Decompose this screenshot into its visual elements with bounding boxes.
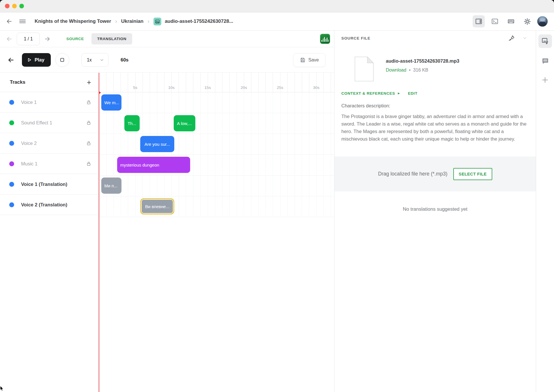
pin-icon[interactable] xyxy=(508,35,515,42)
tracks-title: Tracks xyxy=(10,79,25,85)
settings-button[interactable] xyxy=(521,15,533,27)
panel-toggle-icon xyxy=(475,18,482,25)
rewind-to-start-button[interactable] xyxy=(5,54,17,66)
ruler-gridline xyxy=(244,73,244,92)
timeline-ruler[interactable]: 5s10s15s20s25s30s xyxy=(99,73,334,92)
breadcrumb-project[interactable]: Knights of the Whispering Tower xyxy=(35,18,111,24)
track-lock-button[interactable] xyxy=(86,161,91,166)
ruler-gridline xyxy=(121,73,121,92)
audio-clip[interactable]: Ми п... xyxy=(101,178,121,194)
app-header: Knights of the Whispering Tower › Ukrain… xyxy=(0,12,554,31)
characters-description-heading: Characters description: xyxy=(341,103,536,109)
download-link[interactable]: Download xyxy=(386,68,406,73)
ruler-gridline xyxy=(265,73,266,92)
page-indicator[interactable]: 1 / 1 xyxy=(17,33,40,45)
breadcrumb-chevron-icon: › xyxy=(115,18,117,25)
track-row[interactable]: Voice 2 (Translation) xyxy=(0,195,99,215)
select-file-button[interactable]: SELECT FILE xyxy=(453,168,492,180)
localized-file-dropzone[interactable]: Drag localized file here (*.mp3) SELECT … xyxy=(334,156,536,191)
audio-clip[interactable]: A low,... xyxy=(174,115,195,131)
breadcrumb: Knights of the Whispering Tower › Ukrain… xyxy=(35,18,233,25)
ruler-gridline xyxy=(287,73,288,92)
timeline-duration: 60s xyxy=(121,57,129,63)
play-icon xyxy=(27,57,32,63)
source-file-title: SOURCE FILE xyxy=(341,36,370,40)
track-row[interactable]: Voice 2 xyxy=(0,133,99,154)
ruler-gridline xyxy=(208,73,208,92)
context-references-link[interactable]: CONTEXT & REFERENCES xyxy=(341,91,395,96)
edit-context-button[interactable]: EDIT xyxy=(408,91,418,96)
panel-toggle-button[interactable] xyxy=(473,15,485,27)
arrow-left-icon xyxy=(6,36,13,42)
playback-speed-select[interactable]: 1x xyxy=(81,53,108,67)
save-button[interactable]: Save xyxy=(293,53,325,67)
arrow-right-icon xyxy=(44,36,51,42)
track-name: Voice 2 (Translation) xyxy=(21,202,67,208)
menu-button[interactable] xyxy=(17,16,28,27)
dot-separator: • xyxy=(409,68,411,73)
timeline-track-lane[interactable]: We m... xyxy=(99,92,334,113)
tracks-header: Tracks + xyxy=(0,73,99,92)
audio-clip[interactable]: mysterious dungeon xyxy=(117,157,190,173)
ruler-gridline xyxy=(164,73,164,92)
comments-panel-button[interactable] xyxy=(538,54,552,68)
plus-icon xyxy=(541,76,549,84)
mouse-cursor xyxy=(0,386,5,391)
tab-source[interactable]: SOURCE xyxy=(61,33,90,44)
source-file-name: audio-asset-1755242630728.mp3 xyxy=(386,58,459,64)
timeline-track-lane[interactable]: Ми п... xyxy=(99,176,334,196)
timeline-track-lane[interactable]: Ви впевне... xyxy=(99,196,334,217)
asset-image-icon xyxy=(154,18,161,25)
lock-icon xyxy=(86,100,91,105)
play-button[interactable]: Play xyxy=(22,53,51,67)
breadcrumb-asset[interactable]: audio-asset-1755242630728... xyxy=(165,18,233,24)
transport-bar: Play 1x 60s Save xyxy=(0,47,334,72)
prev-page-button[interactable] xyxy=(4,34,14,44)
audio-clip[interactable]: Ви впевне... xyxy=(140,198,174,214)
track-row[interactable]: Voice 1 xyxy=(0,92,99,113)
minimize-window-button[interactable] xyxy=(12,4,17,8)
media-audio-icon xyxy=(541,37,549,45)
audio-clip[interactable]: Th... xyxy=(124,115,140,131)
timeline-track-lane[interactable]: mysterious dungeon xyxy=(99,155,334,176)
stop-button[interactable] xyxy=(55,53,69,67)
next-page-button[interactable] xyxy=(42,34,53,44)
caret-right-icon: ▸ xyxy=(398,91,400,95)
audio-clip[interactable]: Are you sur... xyxy=(140,136,174,152)
save-icon xyxy=(300,57,306,63)
back-button[interactable] xyxy=(3,16,15,27)
ruler-gridline xyxy=(323,73,324,92)
track-lock-button[interactable] xyxy=(86,141,91,146)
add-panel-button[interactable] xyxy=(538,73,552,87)
timeline-track-lane[interactable]: Th...A low,... xyxy=(99,113,334,134)
track-lock-button[interactable] xyxy=(86,120,91,125)
ruler-gridline xyxy=(331,73,331,92)
media-panel-button[interactable] xyxy=(538,34,552,48)
terminal-button[interactable] xyxy=(489,15,501,27)
lock-icon xyxy=(86,120,91,125)
ruler-gridline xyxy=(222,73,222,92)
save-button-label: Save xyxy=(308,57,319,63)
breadcrumb-language[interactable]: Ukrainian xyxy=(121,18,143,24)
chevron-down-icon[interactable] xyxy=(523,36,527,40)
ruler-gridline xyxy=(215,73,215,92)
keyboard-shortcuts-button[interactable] xyxy=(505,15,517,27)
close-window-button[interactable] xyxy=(5,4,10,8)
track-lock-button[interactable] xyxy=(86,100,91,105)
ruler-gridline xyxy=(135,73,136,92)
dropzone-hint: Drag localized file here (*.mp3) xyxy=(378,171,447,177)
timeline-track-lane[interactable]: Are you sur... xyxy=(99,134,334,155)
zoom-window-button[interactable] xyxy=(19,4,24,8)
track-row[interactable]: Voice 1 (Translation) xyxy=(0,174,99,195)
timeline-grid: 5s10s15s20s25s30s We m...Th...A low,...A… xyxy=(99,73,334,392)
add-track-button[interactable]: + xyxy=(87,79,91,86)
playhead[interactable] xyxy=(99,73,99,392)
user-avatar[interactable] xyxy=(537,16,548,27)
track-row[interactable]: Music 1 xyxy=(0,154,99,174)
tab-translation[interactable]: TRANSLATION xyxy=(91,33,132,44)
audio-waveform-icon[interactable] xyxy=(320,34,330,44)
track-row[interactable]: Sound Effect 1 xyxy=(0,113,99,133)
terminal-icon xyxy=(491,18,499,25)
audio-clip[interactable]: We m... xyxy=(101,94,121,111)
file-size: 316 KB xyxy=(413,68,428,73)
